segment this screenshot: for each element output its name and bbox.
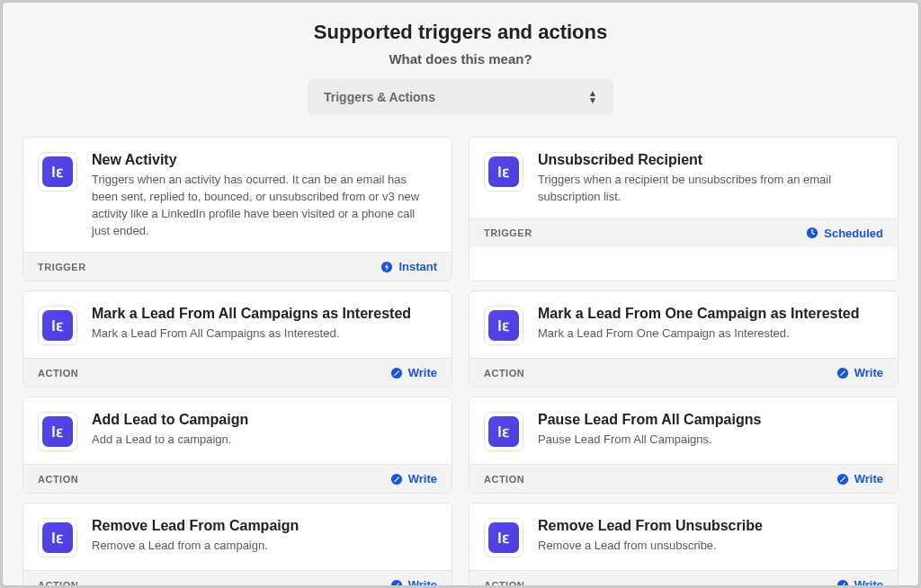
card-text: Add Lead to CampaignAdd a Lead to a camp…	[92, 412, 248, 451]
app-logo: lɛ	[484, 412, 523, 451]
integration-card[interactable]: lɛAdd Lead to CampaignAdd a Lead to a ca…	[22, 396, 452, 494]
card-type-label: ACTION	[38, 368, 78, 379]
page-header: Supported triggers and actions What does…	[3, 21, 918, 67]
card-badge: Write	[390, 366, 437, 379]
app-logo-glyph: lɛ	[42, 310, 73, 341]
card-description: Remove a Lead from a campaign.	[92, 538, 299, 555]
card-badge: Write	[836, 578, 883, 585]
card-badge: Scheduled	[806, 227, 883, 240]
card-badge: Write	[836, 366, 883, 379]
app-logo: lɛ	[484, 306, 523, 345]
card-title: New Activity	[92, 152, 435, 168]
write-icon	[836, 473, 849, 486]
card-description: Triggers when a recipient be unsubscribe…	[538, 172, 881, 206]
svg-point-10	[391, 580, 402, 585]
card-type-label: ACTION	[38, 580, 78, 585]
app-logo: lɛ	[38, 518, 77, 557]
card-footer: ACTIONWrite	[469, 358, 898, 387]
card-type-label: TRIGGER	[38, 262, 86, 272]
page-container: Supported triggers and actions What does…	[3, 3, 918, 585]
card-title: Unsubscribed Recipient	[538, 152, 881, 168]
app-logo-glyph: lɛ	[488, 522, 519, 553]
integration-card[interactable]: lɛRemove Lead From UnsubscribeRemove a L…	[469, 503, 899, 585]
card-badge: Instant	[380, 260, 437, 273]
write-icon	[836, 579, 849, 585]
card-type-label: TRIGGER	[484, 227, 532, 238]
card-text: Mark a Lead From All Campaigns as Intere…	[92, 306, 411, 345]
card-badge: Write	[390, 472, 437, 486]
card-text: Remove Lead From CampaignRemove a Lead f…	[92, 518, 299, 557]
filter-wrap: Triggers & Actions ▲▼	[3, 79, 918, 115]
app-logo-glyph: lɛ	[488, 156, 519, 187]
card-title: Mark a Lead From All Campaigns as Intere…	[92, 306, 411, 322]
card-grid: lɛNew ActivityTriggers when an activity …	[3, 137, 918, 585]
card-badge-label: Instant	[398, 260, 437, 273]
integration-card[interactable]: lɛNew ActivityTriggers when an activity …	[22, 137, 452, 281]
card-type-label: ACTION	[38, 474, 78, 485]
app-logo-glyph: lɛ	[488, 416, 519, 447]
app-logo-glyph: lɛ	[488, 310, 519, 341]
app-logo: lɛ	[38, 152, 77, 192]
card-body: lɛRemove Lead From CampaignRemove a Lead…	[23, 503, 452, 570]
card-badge-label: Write	[408, 578, 437, 585]
app-logo-glyph: lɛ	[42, 156, 73, 187]
clock-icon	[806, 227, 818, 239]
write-icon	[390, 579, 403, 585]
card-title: Mark a Lead From One Campaign as Interes…	[538, 306, 859, 322]
bolt-icon	[380, 261, 393, 273]
sort-chevrons-icon: ▲▼	[588, 90, 597, 104]
card-badge-label: Write	[854, 578, 883, 585]
card-body: lɛAdd Lead to CampaignAdd a Lead to a ca…	[23, 397, 452, 464]
card-badge-label: Write	[854, 472, 883, 486]
card-badge-label: Scheduled	[824, 227, 883, 240]
page-subtitle[interactable]: What does this mean?	[3, 51, 918, 67]
card-body: lɛUnsubscribed RecipientTriggers when a …	[469, 138, 898, 218]
card-badge-label: Write	[408, 472, 437, 486]
card-text: Unsubscribed RecipientTriggers when a re…	[538, 152, 881, 206]
integration-card[interactable]: lɛMark a Lead From All Campaigns as Inte…	[22, 290, 452, 388]
integration-card[interactable]: lɛPause Lead From All CampaignsPause Lea…	[469, 396, 899, 494]
integration-card[interactable]: lɛMark a Lead From One Campaign as Inter…	[469, 290, 899, 388]
filter-select[interactable]: Triggers & Actions ▲▼	[308, 79, 613, 115]
app-logo-glyph: lɛ	[42, 522, 73, 553]
card-body: lɛMark a Lead From One Campaign as Inter…	[469, 291, 898, 358]
card-text: Mark a Lead From One Campaign as Interes…	[538, 306, 859, 345]
card-type-label: ACTION	[484, 474, 524, 485]
card-body: lɛNew ActivityTriggers when an activity …	[23, 138, 452, 252]
write-icon	[390, 367, 403, 379]
card-description: Add a Lead to a campaign.	[92, 432, 248, 449]
svg-point-12	[837, 580, 848, 585]
card-title: Add Lead to Campaign	[92, 412, 248, 428]
app-logo: lɛ	[38, 412, 77, 451]
card-footer: ACTIONWrite	[469, 570, 898, 585]
card-description: Remove a Lead from unsubscribe.	[538, 538, 763, 555]
integration-card[interactable]: lɛUnsubscribed RecipientTriggers when a …	[469, 137, 899, 281]
card-type-label: ACTION	[484, 368, 524, 379]
card-footer: ACTIONWrite	[23, 570, 452, 585]
card-title: Pause Lead From All Campaigns	[538, 412, 761, 428]
app-logo-glyph: lɛ	[42, 416, 73, 447]
app-logo: lɛ	[38, 306, 77, 345]
write-icon	[390, 473, 403, 486]
write-icon	[836, 367, 849, 379]
card-text: New ActivityTriggers when an activity ha…	[92, 152, 435, 239]
card-badge-label: Write	[408, 366, 437, 379]
app-logo: lɛ	[484, 152, 523, 192]
card-badge: Write	[836, 472, 883, 486]
card-type-label: ACTION	[484, 580, 524, 585]
integration-card[interactable]: lɛRemove Lead From CampaignRemove a Lead…	[22, 503, 452, 585]
card-title: Remove Lead From Campaign	[92, 518, 299, 534]
app-logo: lɛ	[484, 518, 523, 557]
card-body: lɛRemove Lead From UnsubscribeRemove a L…	[469, 503, 898, 570]
card-footer: TRIGGERInstant	[23, 252, 452, 281]
card-description: Pause Lead From All Campaigns.	[538, 432, 761, 449]
card-body: lɛPause Lead From All CampaignsPause Lea…	[469, 397, 898, 464]
card-description: Mark a Lead From All Campaigns as Intere…	[92, 325, 411, 343]
card-footer: TRIGGERScheduled	[469, 218, 898, 247]
card-description: Triggers when an activity has ocurred. I…	[92, 172, 435, 239]
card-footer: ACTIONWrite	[23, 358, 452, 387]
card-badge: Write	[390, 578, 437, 585]
card-body: lɛMark a Lead From All Campaigns as Inte…	[23, 291, 452, 358]
card-text: Remove Lead From UnsubscribeRemove a Lea…	[538, 518, 763, 557]
page-title: Supported triggers and actions	[3, 21, 918, 44]
